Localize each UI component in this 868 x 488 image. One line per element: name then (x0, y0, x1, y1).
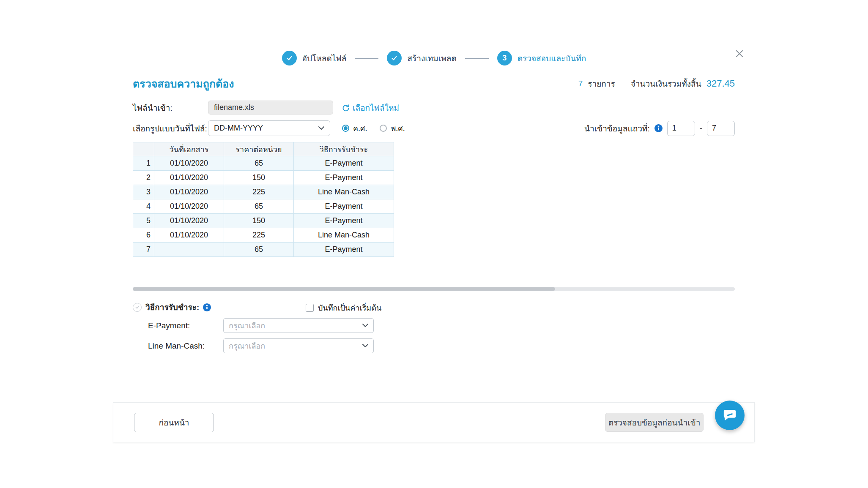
cell-unit-price: 65 (224, 156, 294, 171)
cell-payment-method: Line Man-Cash (294, 228, 394, 243)
table-row: 6 01/10/2020 225 Line Man-Cash (133, 228, 394, 243)
total-amount-value: 327.45 (706, 78, 735, 89)
cell-unit-price: 150 (224, 214, 294, 228)
cell-doc-date: 01/10/2020 (154, 228, 224, 243)
linemancash-select[interactable]: กรุณาเลือก (223, 338, 374, 353)
cell-row-number: 3 (133, 185, 154, 199)
table-row: 4 01/10/2020 65 E-Payment (133, 199, 394, 214)
cell-payment-method: E-Payment (294, 171, 394, 185)
import-file-label: ไฟล์นำเข้า: (133, 101, 208, 114)
cell-row-number: 4 (133, 199, 154, 214)
cell-unit-price: 225 (224, 185, 294, 199)
items-count: 7 (578, 79, 583, 88)
cell-doc-date (154, 243, 224, 257)
cell-doc-date: 01/10/2020 (154, 156, 224, 171)
chevron-down-icon (362, 344, 368, 348)
save-default-checkbox[interactable] (306, 304, 314, 312)
step-done-check-icon (387, 51, 402, 65)
cell-payment-method: E-Payment (294, 156, 394, 171)
radio-christian-era[interactable]: ค.ศ. (342, 122, 367, 134)
radio-ce-label: ค.ศ. (353, 122, 367, 134)
step-number-badge: 3 (497, 51, 512, 65)
date-format-select[interactable]: DD-MM-YYYY (208, 120, 330, 136)
table-row: 7 65 E-Payment (133, 243, 394, 257)
cell-row-number: 6 (133, 228, 154, 243)
section-check-icon (133, 303, 142, 312)
horizontal-scrollbar-thumb[interactable] (133, 287, 555, 291)
cell-unit-price: 150 (224, 171, 294, 185)
cell-doc-date: 01/10/2020 (154, 214, 224, 228)
step-upload-file: อัปโหลดไฟล์ (282, 51, 347, 65)
epayment-select[interactable]: กรุณาเลือก (223, 318, 374, 333)
step-connector (465, 58, 489, 59)
table-header-row: วันที่เอกสาร ราคาต่อหน่วย วิธีการรับชำระ (133, 142, 394, 156)
save-default-checkbox-group[interactable]: บันทึกเป็นค่าเริ่มต้น (306, 302, 381, 314)
import-rows-group: นำเข้าข้อมูลแถวที่: - (584, 121, 735, 136)
epayment-field-row: E-Payment: กรุณาเลือก (148, 318, 735, 333)
page-title: ตรวจสอบความถูกต้อง (133, 75, 234, 92)
save-default-label: บันทึกเป็นค่าเริ่มต้น (318, 302, 381, 314)
step-done-check-icon (282, 51, 297, 65)
radio-be-label: พ.ศ. (391, 122, 405, 134)
cell-unit-price: 65 (224, 199, 294, 214)
cell-doc-date: 01/10/2020 (154, 185, 224, 199)
header-unit-price: ราคาต่อหน่วย (224, 142, 294, 156)
linemancash-label: Line Man-Cash: (148, 341, 223, 351)
radio-buddhist-era[interactable]: พ.ศ. (380, 122, 405, 134)
choose-new-file-link[interactable]: เลือกไฟล์ใหม่ (342, 101, 399, 114)
step-verify-label: ตรวจสอบและบันทึก (518, 52, 586, 65)
date-format-row: เลือกรูปแบบวันที่ไฟล์: DD-MM-YYYY ค.ศ. พ… (133, 120, 735, 136)
chat-fab-button[interactable] (715, 401, 745, 430)
radio-selected-icon (342, 125, 349, 132)
payment-method-section: วิธีการรับชำระ: บันทึกเป็นค่าเริ่มต้น E-… (133, 302, 735, 353)
linemancash-field-row: Line Man-Cash: กรุณาเลือก (148, 338, 735, 353)
table-row: 5 01/10/2020 150 E-Payment (133, 214, 394, 228)
cell-payment-method: E-Payment (294, 243, 394, 257)
row-range-dash: - (700, 124, 702, 133)
table-row: 2 01/10/2020 150 E-Payment (133, 171, 394, 185)
step-create-label: สร้างเทมเพลต (407, 52, 456, 65)
preview-table: วันที่เอกสาร ราคาต่อหน่วย วิธีการรับชำระ… (133, 142, 394, 257)
verify-form: ไฟล์นำเข้า: filename.xls เลือกไฟล์ใหม่ เ… (133, 101, 735, 353)
step-create-template: สร้างเทมเพลต (387, 51, 456, 65)
date-format-label: เลือกรูปแบบวันที่ไฟล์: (133, 122, 208, 135)
payment-section-header: วิธีการรับชำระ: บันทึกเป็นค่าเริ่มต้น (133, 302, 735, 313)
table-row: 1 01/10/2020 65 E-Payment (133, 156, 394, 171)
row-from-input[interactable] (667, 121, 695, 136)
cell-unit-price: 65 (224, 243, 294, 257)
header-doc-date: วันที่เอกสาร (154, 142, 224, 156)
total-amount-label: จำนวนเงินรวมทั้งสิ้น (631, 77, 701, 90)
chat-bubble-icon (723, 408, 737, 423)
date-format-value: DD-MM-YYYY (214, 124, 263, 133)
import-file-row: ไฟล์นำเข้า: filename.xls เลือกไฟล์ใหม่ (133, 101, 735, 115)
chevron-down-icon (362, 324, 368, 327)
epayment-placeholder: กรุณาเลือก (229, 319, 265, 332)
header-stats: 7 รายการ จำนวนเงินรวมทั้งสิ้น 327.45 (578, 77, 735, 90)
epayment-label: E-Payment: (148, 321, 223, 330)
header-row-number (133, 142, 154, 156)
close-icon[interactable] (732, 46, 747, 61)
cell-row-number: 1 (133, 156, 154, 171)
cell-row-number: 5 (133, 214, 154, 228)
page-header: ตรวจสอบความถูกต้อง 7 รายการ จำนวนเงินรวม… (133, 75, 735, 92)
info-icon (203, 303, 211, 311)
previous-button[interactable]: ก่อนหน้า (134, 413, 214, 432)
stats-divider (623, 79, 623, 89)
refresh-icon (342, 104, 350, 112)
choose-new-file-label: เลือกไฟล์ใหม่ (353, 101, 399, 114)
step-upload-label: อัปโหลดไฟล์ (302, 52, 347, 65)
table-row: 3 01/10/2020 225 Line Man-Cash (133, 185, 394, 199)
info-icon (654, 124, 663, 132)
linemancash-placeholder: กรุณาเลือก (229, 340, 265, 352)
cell-row-number: 7 (133, 243, 154, 257)
row-to-input[interactable] (707, 121, 735, 136)
horizontal-scrollbar-track[interactable] (133, 287, 735, 291)
header-payment-method: วิธีการรับชำระ (294, 142, 394, 156)
chevron-down-icon (318, 126, 324, 130)
radio-unselected-icon (380, 125, 387, 132)
cell-payment-method: Line Man-Cash (294, 185, 394, 199)
cell-unit-price: 225 (224, 228, 294, 243)
verify-before-import-button[interactable]: ตรวจสอบข้อมูลก่อนนำเข้า (605, 413, 704, 432)
cell-row-number: 2 (133, 171, 154, 185)
cell-doc-date: 01/10/2020 (154, 199, 224, 214)
